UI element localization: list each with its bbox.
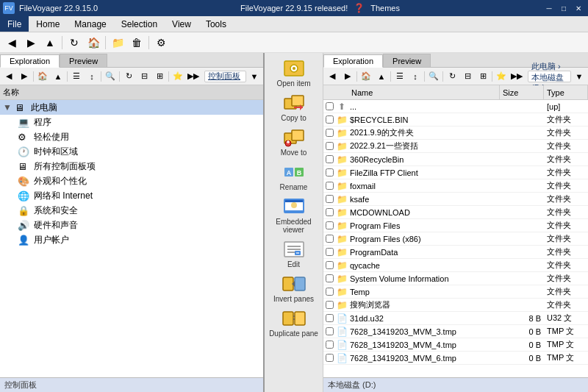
left-fwd-btn[interactable]: ▶ — [17, 70, 32, 83]
file-checkbox[interactable] — [326, 235, 334, 243]
left-tree-item[interactable]: 🕐时钟和区域 — [0, 144, 263, 159]
left-home-btn[interactable]: 🏠 — [35, 70, 50, 83]
file-checkbox[interactable] — [326, 115, 334, 124]
file-row[interactable]: 📁 $RECYCLE.BIN 文件夹 — [323, 113, 588, 126]
file-row[interactable]: 📁 ProgramData 文件夹 — [323, 246, 588, 259]
maximize-button[interactable]: □ — [557, 2, 570, 14]
file-checkbox[interactable] — [326, 288, 334, 296]
menu-home[interactable]: Home — [29, 16, 67, 32]
file-checkbox[interactable] — [326, 142, 334, 150]
file-check[interactable] — [323, 129, 335, 137]
delete-button[interactable]: 🗑 — [128, 35, 146, 51]
tab-preview-right[interactable]: Preview — [383, 54, 431, 67]
file-row[interactable]: 📁 2021.9.9的文件夹 文件夹 — [323, 126, 588, 140]
tab-exploration-left[interactable]: Exploration — [0, 54, 60, 68]
menu-tools[interactable]: Tools — [198, 16, 234, 32]
menu-selection[interactable]: Selection — [114, 16, 165, 32]
left-breadcrumb[interactable]: 控制面板 — [204, 71, 246, 82]
right-back-btn[interactable]: ◀ — [325, 70, 340, 83]
left-sort-btn[interactable]: ↕ — [85, 70, 99, 83]
tab-preview-left[interactable]: Preview — [60, 54, 107, 67]
minimize-button[interactable]: ─ — [542, 2, 556, 14]
left-expand-collapse-btn[interactable]: ▼ — [247, 70, 262, 83]
right-view-btn[interactable]: ☰ — [392, 70, 407, 83]
file-check[interactable] — [323, 221, 335, 229]
file-row[interactable]: 📁 2022.9.21一些资括 文件夹 — [323, 140, 588, 153]
left-tree-item[interactable]: 🖥所有控制面板项 — [0, 159, 263, 174]
file-check[interactable] — [323, 341, 335, 349]
left-more-btn[interactable]: ▶▶ — [186, 70, 201, 83]
action-gear[interactable]: Open item — [267, 56, 321, 89]
forward-button[interactable]: ▶ — [22, 35, 40, 51]
right-more-btn[interactable]: ▶▶ — [509, 70, 524, 83]
file-checkbox[interactable] — [326, 301, 334, 309]
action-duplicate[interactable]: Duplicate pane — [267, 306, 321, 339]
action-edit[interactable]: Edit — [267, 237, 321, 270]
left-view-btn[interactable]: ☰ — [69, 70, 84, 83]
file-check[interactable] — [323, 288, 335, 296]
left-fav-btn[interactable]: ⭐ — [171, 70, 185, 83]
home-button[interactable]: 🏠 — [85, 35, 102, 51]
menu-view[interactable]: View — [165, 16, 198, 32]
file-checkbox[interactable] — [326, 155, 334, 163]
close-button[interactable]: ✕ — [572, 2, 585, 14]
file-row[interactable]: 📄 7628_13419203_MVM_3.tmp 0 B TMP 文 — [323, 325, 588, 338]
file-row[interactable]: 📁 FileZilla FTP Client 文件夹 — [323, 166, 588, 179]
file-check[interactable] — [323, 301, 335, 309]
left-tree-item[interactable]: 🔒系统和安全 — [0, 203, 263, 218]
file-check[interactable] — [323, 142, 335, 150]
file-checkbox[interactable] — [326, 221, 334, 229]
right-expand-collapse-btn[interactable]: ▼ — [572, 70, 587, 83]
up-button[interactable]: ▲ — [41, 35, 59, 51]
file-check[interactable] — [323, 261, 335, 269]
file-checkbox[interactable] — [326, 168, 334, 177]
file-check[interactable] — [323, 208, 335, 216]
menu-manage[interactable]: Manage — [67, 16, 113, 32]
file-row[interactable]: 📁 Temp 文件夹 — [323, 285, 588, 299]
right-fwd-btn[interactable]: ▶ — [340, 70, 355, 83]
right-sort-btn[interactable]: ↕ — [408, 70, 423, 83]
left-expand-btn[interactable]: ⊞ — [152, 70, 167, 83]
file-row[interactable]: 📄 31dd.u32 8 B U32 文 — [323, 312, 588, 325]
refresh-button[interactable]: ↻ — [65, 35, 83, 51]
file-row[interactable]: 📁 Program Files 文件夹 — [323, 219, 588, 232]
file-check[interactable] — [323, 314, 335, 322]
left-refresh-btn[interactable]: ↻ — [121, 70, 136, 83]
file-check[interactable] — [323, 327, 335, 335]
action-move[interactable]: Move to — [267, 125, 321, 158]
left-tree-item[interactable]: ⚙轻松使用 — [0, 129, 263, 144]
file-row[interactable]: 📁 foxmail 文件夹 — [323, 179, 588, 193]
file-row[interactable]: 📁 搜狗浏览器 文件夹 — [323, 299, 588, 312]
tab-exploration-right[interactable]: Exploration — [323, 54, 383, 68]
file-checkbox[interactable] — [326, 274, 334, 282]
file-checkbox[interactable] — [326, 354, 334, 362]
file-row[interactable]: 📁 System Volume Information 文件夹 — [323, 272, 588, 285]
file-check[interactable] — [323, 102, 335, 110]
menu-file[interactable]: File — [0, 16, 29, 32]
file-row[interactable]: 📁 360RecycleBin 文件夹 — [323, 153, 588, 166]
file-check[interactable] — [323, 168, 335, 177]
file-row[interactable]: 📄 7628_13419203_MVM_4.tmp 0 B TMP 文 — [323, 338, 588, 352]
file-row[interactable]: ⬆ ... [up] — [323, 100, 588, 113]
file-checkbox[interactable] — [326, 129, 334, 137]
right-refresh-btn[interactable]: ↻ — [445, 70, 459, 83]
action-viewer[interactable]: Embedded viewer — [267, 194, 321, 235]
file-check[interactable] — [323, 155, 335, 163]
left-tree-item[interactable]: 🎨外观和个性化 — [0, 174, 263, 188]
new-folder-button[interactable]: 📁 — [109, 35, 126, 51]
file-row[interactable]: 📁 Program Files (x86) 文件夹 — [323, 232, 588, 246]
file-check[interactable] — [323, 248, 335, 256]
file-check[interactable] — [323, 182, 335, 190]
left-back-btn[interactable]: ◀ — [1, 70, 16, 83]
file-checkbox[interactable] — [326, 208, 334, 216]
right-breadcrumb[interactable]: 此电脑 › 本地磁盘 (D:) — [528, 71, 571, 82]
action-rename[interactable]: ABRename — [267, 160, 321, 193]
settings-button[interactable]: ⚙ — [152, 35, 170, 51]
col-header-size[interactable]: Size — [500, 85, 544, 99]
left-tree-item[interactable]: 🔊硬件和声音 — [0, 218, 263, 232]
file-row[interactable]: 📁 MCDOWNLOAD 文件夹 — [323, 206, 588, 219]
themes-label[interactable]: Themes — [370, 4, 400, 13]
file-check[interactable] — [323, 115, 335, 124]
file-check[interactable] — [323, 195, 335, 203]
file-checkbox[interactable] — [326, 248, 334, 256]
